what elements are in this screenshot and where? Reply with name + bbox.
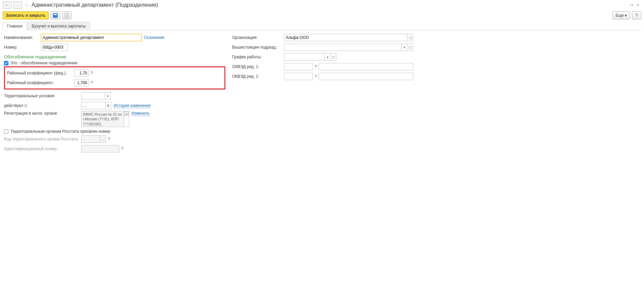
id-number-help[interactable]: ?: [120, 146, 124, 151]
open-icon: ▢: [332, 55, 335, 59]
parent-input[interactable]: [284, 44, 401, 51]
territory-input[interactable]: [81, 92, 105, 100]
rosstat-code-lookup-button: ...: [100, 135, 106, 143]
coef-label: Районный коэффициент:: [7, 80, 74, 85]
history-link[interactable]: История изменения: [114, 103, 151, 108]
separate-unit-checkbox[interactable]: [4, 61, 8, 65]
parent-open-button[interactable]: ▢: [407, 44, 413, 51]
coef-fed-label: Районный коэффициент (фед.):: [7, 71, 74, 75]
highlighted-coefficients-box: Районный коэффициент (фед.): ? Районный …: [4, 66, 225, 89]
schedule-label: График работы:: [232, 55, 284, 59]
territory-dropdown-button[interactable]: ▾: [105, 92, 111, 100]
effective-from-calendar-button[interactable]: 🗓: [105, 102, 111, 109]
coef-input[interactable]: [74, 79, 89, 86]
number-input[interactable]: [41, 44, 68, 51]
more-button[interactable]: Еще ▾: [612, 11, 630, 19]
okved1-help[interactable]: ?: [314, 64, 318, 69]
nav-back-button[interactable]: ←: [3, 1, 11, 9]
effective-from-input[interactable]: [81, 102, 105, 109]
tab-main[interactable]: Главное: [3, 22, 27, 30]
declension-link[interactable]: Склонения: [144, 35, 164, 40]
coef-help[interactable]: ?: [90, 80, 94, 85]
calendar-icon: 🗓: [107, 104, 110, 108]
rosstat-assigned-label: Территориальным органом Росстата присвое…: [10, 129, 110, 134]
external-link-icon[interactable]: ↪: [630, 3, 633, 7]
open-icon: ▢: [409, 36, 412, 40]
tax-reg-label: Регистрация в налог. органе:: [4, 111, 81, 116]
rosstat-code-label: Код территориального органа Росстата:: [4, 137, 81, 141]
okved1-label: ОКВЭД ред. 1:: [232, 64, 284, 69]
coef-fed-input[interactable]: [74, 69, 89, 77]
parent-dropdown-button[interactable]: ▾: [401, 44, 407, 51]
save-button[interactable]: [51, 11, 60, 19]
separate-unit-checkbox-label: Это - обособленное подразделение: [10, 61, 77, 65]
okved1-code-input[interactable]: [284, 63, 313, 70]
page-title: Административный департамент (Подразделе…: [32, 2, 158, 8]
open-icon: ▢: [409, 46, 412, 49]
okved1-name-input[interactable]: [319, 63, 413, 70]
arrow-right-icon: →: [16, 3, 20, 7]
effective-from-label: действуют с:: [4, 103, 81, 108]
document-icon: [65, 13, 69, 18]
org-label: Организация:: [232, 35, 284, 40]
okved2-name-input[interactable]: [319, 73, 413, 80]
territory-label: Территориальные условия:: [4, 94, 81, 98]
chevron-down-icon: ▾: [404, 46, 405, 49]
tax-reg-display: ИФНС России № 31 по г.Москве (7731), КПП…: [81, 111, 124, 127]
tax-change-link[interactable]: Изменить: [131, 111, 150, 116]
org-input[interactable]: [284, 34, 407, 41]
okved2-label: ОКВЭД ред. 2:: [232, 74, 284, 79]
name-label: Наименование:: [4, 35, 41, 40]
okved2-code-input[interactable]: [284, 73, 313, 80]
save-close-button[interactable]: Записать и закрыть: [3, 11, 49, 19]
schedule-input[interactable]: [284, 53, 324, 61]
help-button[interactable]: ?: [632, 11, 641, 19]
rosstat-code-help[interactable]: ?: [107, 137, 111, 141]
number-label: Номер:: [4, 45, 41, 50]
name-input[interactable]: [41, 34, 142, 41]
schedule-open-button[interactable]: ▢: [330, 53, 336, 61]
org-open-button[interactable]: ▢: [407, 34, 413, 41]
rosstat-assigned-checkbox[interactable]: [4, 129, 8, 134]
chevron-down-icon: ▾: [107, 94, 109, 98]
separate-unit-section-title: Обособленное подразделение: [4, 54, 225, 59]
dots-icon: ...: [102, 137, 104, 141]
document-button[interactable]: [62, 11, 71, 19]
id-number-label: Идентификационный номер:: [4, 146, 81, 151]
close-icon[interactable]: ×: [637, 2, 639, 8]
chevron-up-icon: ▴: [126, 112, 127, 115]
nav-forward-button[interactable]: →: [13, 1, 22, 9]
schedule-dropdown-button[interactable]: ▾: [324, 53, 330, 61]
id-number-input: [81, 145, 119, 152]
tab-accounting[interactable]: Бухучет и выплата зарплаты: [28, 22, 90, 30]
diskette-icon: [53, 13, 58, 18]
favorite-star-icon[interactable]: ☆: [24, 1, 30, 9]
arrow-left-icon: ←: [5, 3, 9, 7]
rosstat-code-input: [81, 135, 100, 143]
coef-fed-help[interactable]: ?: [90, 71, 94, 75]
chevron-down-icon: ▾: [625, 13, 627, 18]
chevron-down-icon: ▾: [327, 55, 328, 59]
parent-label: Вышестоящее подразд.:: [232, 45, 284, 50]
okved2-help[interactable]: ?: [314, 74, 318, 79]
tax-reg-scroll-up[interactable]: ▴: [124, 111, 129, 116]
